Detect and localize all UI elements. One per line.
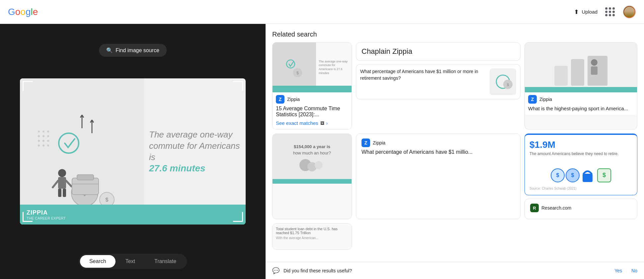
translate-tab[interactable]: Translate (145, 255, 186, 268)
bracket-top-right (233, 81, 243, 91)
percentage-content: What percentage of Americans have $1 mil… (356, 64, 520, 99)
research-text-result[interactable]: R Research.com (524, 199, 637, 219)
results-row-1: $ The average one-way commute for Americ… (272, 42, 637, 130)
percentage-card[interactable]: What percentage of Americans have $1 mil… (356, 64, 521, 99)
bottom-tabs: Search Text Translate (79, 254, 187, 269)
svg-rect-39 (554, 66, 568, 86)
commute-image-card[interactable]: $ The average one-way commute for Americ… (272, 42, 352, 130)
feedback-bar: 💬 Did you find these results useful? Yes… (266, 262, 644, 279)
svg-point-7 (42, 140, 44, 142)
svg-point-6 (38, 140, 40, 142)
salary-card[interactable]: $154,000 a year is how much an hour? (272, 134, 352, 219)
svg-point-0 (38, 131, 40, 133)
zippia-icon: Z (276, 95, 284, 104)
feedback-yes[interactable]: Yes (614, 268, 622, 273)
bracket-top-left (23, 81, 33, 91)
svg-point-11 (47, 144, 49, 146)
svg-rect-40 (571, 59, 584, 86)
svg-point-4 (42, 135, 44, 137)
svg-point-32 (287, 60, 295, 68)
see-exact-link[interactable]: See exact matches (276, 120, 318, 126)
percentage-thumb: $ (490, 68, 516, 95)
svg-text:$: $ (603, 172, 606, 178)
related-search-header: Related search (272, 31, 637, 38)
header: Google ⬆ Upload (0, 0, 644, 24)
chevron-right-icon: › (326, 121, 328, 126)
zippia-caption: The average one-way commute for American… (149, 126, 241, 177)
related-search-col: Chaplain Zippia What percentage of Ameri… (356, 42, 521, 130)
svg-line-23 (53, 181, 58, 187)
money-card[interactable]: $1.9M The amount Americans believe they … (524, 134, 637, 195)
right-panel: Related search $ (266, 24, 644, 279)
caption-number: 27.6 minutes (149, 163, 241, 174)
svg-rect-51 (583, 174, 593, 182)
source-name: Zippia (287, 97, 300, 102)
sport-source-row: Z Zippia (528, 95, 634, 104)
zippia-teal-bar: ZIPPIA THE CAREER EXPERT (20, 205, 246, 225)
percentage-text-result[interactable]: Z Zippia What percentage of Americans ha… (356, 134, 521, 219)
svg-rect-43 (591, 66, 598, 75)
bracket-bottom-left (23, 212, 33, 222)
student-loan-sub: With the average American... (276, 236, 348, 240)
mini-zippia-img: $ The average one-way commute for Americ… (273, 43, 352, 92)
commute-card-bottom: Z Zippia 15 Average Commute Time Statist… (273, 92, 352, 129)
svg-point-3 (38, 135, 40, 137)
salary-thumb: $154,000 a year is how much an hour? (273, 134, 352, 184)
svg-rect-20 (58, 177, 66, 189)
sport-teal (525, 87, 637, 92)
svg-rect-29 (72, 178, 99, 195)
search-tab[interactable]: Search (80, 255, 116, 268)
svg-text:$: $ (571, 172, 574, 178)
caption-line1: The average one-way commute for American… (149, 129, 241, 163)
svg-point-9 (38, 144, 40, 146)
avatar[interactable] (623, 5, 636, 19)
student-loan-card[interactable]: Total student loan debt in the U.S. has … (272, 223, 352, 250)
bracket-bottom-right (233, 212, 243, 222)
svg-text:$: $ (507, 83, 509, 87)
percentage-text: What percentage of Americans have $1 mil… (360, 68, 486, 95)
zippia-illustration-area: $ $ ZIPPIA (20, 78, 144, 225)
svg-rect-30 (77, 175, 94, 180)
svg-point-8 (47, 140, 49, 142)
percentage-source: Z Zippia (362, 139, 515, 147)
svg-line-24 (66, 181, 71, 186)
research-source-row: R Research.com (530, 204, 632, 212)
results-row-3: Total student loan debt in the U.S. has … (272, 223, 637, 250)
commute-illustration: $ $ (27, 105, 137, 218)
student-loan-text: Total student loan debt in the U.S. has … (276, 227, 348, 235)
text-tab[interactable]: Text (116, 255, 144, 268)
commute-thumb: $ The average one-way commute for Americ… (273, 43, 352, 92)
header-left: Google (8, 7, 38, 17)
money-desc: The amount Americans believe they need t… (529, 151, 632, 156)
image-container: $ $ ZIPPIA (20, 78, 246, 225)
chaplain-card[interactable]: Chaplain Zippia (356, 42, 521, 61)
money-amount: $1.9M (529, 140, 632, 150)
apps-button[interactable] (604, 6, 616, 18)
upload-button[interactable]: ⬆ Upload (574, 8, 598, 16)
percentage-source-name: Zippia (373, 140, 385, 145)
svg-text:$: $ (106, 197, 109, 203)
svg-rect-21 (58, 189, 61, 197)
sport-title: What is the highest-paying sport in Amer… (528, 106, 634, 111)
zippia-infographic: $ $ ZIPPIA (20, 78, 246, 225)
sport-card[interactable]: Z Zippia What is the highest-paying spor… (524, 42, 637, 130)
find-source-label: Find image source (116, 47, 159, 53)
find-image-source-button[interactable]: 🔍 Find image source (99, 44, 167, 57)
zippia-text-side: The average one-way commute for American… (144, 78, 246, 225)
svg-point-46 (315, 161, 323, 169)
google-logo: Google (8, 7, 38, 17)
percentage-title: What percentage of Americans have $1 mil… (360, 68, 486, 81)
research-icon: R (530, 204, 539, 212)
svg-point-18 (59, 133, 79, 153)
sport-zippia-icon: Z (528, 95, 537, 104)
percentage-result-title: What percentage of Americans have $1 mil… (362, 149, 515, 155)
see-exact-row: See exact matches 🖼 › (276, 120, 348, 126)
feedback-no[interactable]: No (631, 268, 637, 273)
right-col-2: $1.9M The amount Americans believe they … (524, 134, 637, 219)
result-title: 15 Average Commute Time Statistics [2023… (276, 106, 348, 118)
svg-text:$: $ (297, 71, 299, 75)
money-source-credit: Source: Charles Schwab (2021) (529, 187, 632, 190)
main-container: 🔍 Find image source (0, 24, 644, 279)
feedback-icon: 💬 (272, 267, 280, 274)
apps-grid-icon (605, 7, 615, 16)
